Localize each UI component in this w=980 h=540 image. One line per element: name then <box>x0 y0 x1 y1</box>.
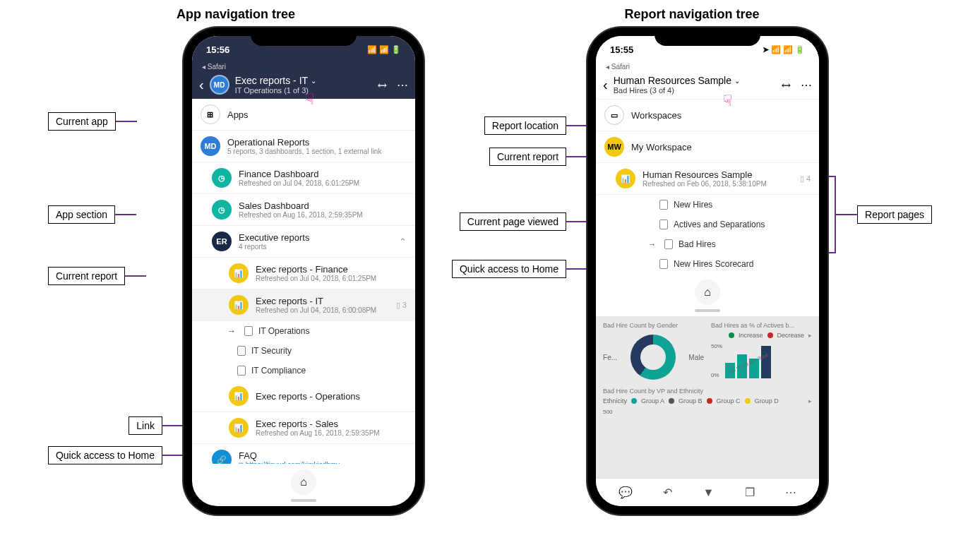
report-icon: 📊 <box>229 386 249 406</box>
chevron-down-icon: ⌄ <box>734 77 740 85</box>
page-count: ▯ 3 <box>396 301 407 310</box>
label-link: Link <box>129 416 162 435</box>
report-header: ‹ Human Resources Sample ⌄ Bad Hires (3 … <box>596 71 819 100</box>
back-icon[interactable]: ‹ <box>603 77 608 93</box>
report-icon: 📊 <box>229 418 249 438</box>
expand-icon[interactable]: ⤢ <box>778 77 794 93</box>
back-icon[interactable]: ‹ <box>199 77 204 93</box>
report-icon: 📊 <box>616 169 635 188</box>
report-row-current[interactable]: 📊 Exec reports - ITRefreshed on Jul 04, … <box>192 289 415 321</box>
left-section-title: App navigation tree <box>177 7 295 22</box>
link-row[interactable]: 🔗 FAQ⧉ https://tinyurl.com/kjg;kjsdbmv <box>192 444 415 464</box>
chart-title: Bad Hire Count by VP and Ethnicity <box>603 388 812 395</box>
current-app-row[interactable]: MD Operational Reports5 reports, 3 dashb… <box>192 131 415 162</box>
header-title[interactable]: Exec reports - IT ⌄ <box>235 75 372 86</box>
page-icon <box>659 259 668 269</box>
page-icon <box>659 220 668 229</box>
page-row[interactable]: IT Compliance <box>192 361 415 380</box>
label-report-location: Report location <box>484 116 566 135</box>
donut-label: Fe... <box>603 354 617 361</box>
more-icon[interactable]: ⋯ <box>801 78 812 92</box>
home-button[interactable]: ⌂ <box>291 469 316 495</box>
page-icon <box>237 346 246 356</box>
section-avatar: ER <box>212 232 232 251</box>
label-current-report: Current report <box>48 267 125 285</box>
status-time: 15:56 <box>206 44 229 55</box>
label-quick-home2: Quick access to Home <box>452 260 566 278</box>
more-icon[interactable]: ⋯ <box>397 78 408 92</box>
status-icons: 📶 📶 🔋 <box>367 45 401 54</box>
chart-title: Bad Hires as % of Actives b... <box>711 322 812 329</box>
dashboard-icon: ◷ <box>212 168 232 188</box>
axis-label: 500 <box>603 409 812 415</box>
app-header: ‹ MD Exec reports - IT ⌄ IT Operations (… <box>192 71 415 99</box>
dashboard-row[interactable]: ◷ Finance DashboardRefreshed on Jul 04, … <box>192 162 415 194</box>
page-count: ▯ 4 <box>800 174 811 184</box>
page-icon <box>244 326 253 336</box>
header-sub: IT Operations (1 of 3) <box>235 86 372 95</box>
safari-back[interactable]: ◂ Safari <box>596 63 819 71</box>
status-time: 15:55 <box>610 44 633 55</box>
drag-handle[interactable] <box>695 309 720 312</box>
label-curr-page: Current page viewed <box>460 212 566 231</box>
label-current-app: Current app <box>48 112 116 131</box>
dashboard-row[interactable]: ◷ Sales DashboardRefreshed on Aug 16, 20… <box>192 194 415 226</box>
chevron-up-icon: ⌃ <box>399 236 407 247</box>
header-title[interactable]: Human Resources Sample ⌄ <box>614 75 776 86</box>
chevron-down-icon: ⌄ <box>311 77 316 85</box>
comment-icon[interactable]: 💬 <box>619 486 633 499</box>
page-row-current[interactable]: IT Operations <box>192 321 415 341</box>
report-preview: Bad Hire Count by Gender Fe... Male Bad … <box>596 316 819 478</box>
apps-icon: ⊞ <box>201 104 220 124</box>
donut-chart <box>631 335 676 380</box>
report-row[interactable]: 📊 Exec reports - FinanceRefreshed on Jul… <box>192 258 415 289</box>
page-row-current[interactable]: Bad Hires <box>596 234 819 254</box>
workspace-row[interactable]: MW My Workspace <box>596 131 819 163</box>
safari-back[interactable]: ◂ Safari <box>192 63 415 71</box>
workspace-avatar: MW <box>604 137 624 157</box>
phone-right: 15:55 ➤ 📶 📶 🔋 ◂ Safari ‹ Human Resources… <box>587 28 827 515</box>
report-icon: 📊 <box>229 263 249 283</box>
expand-icon[interactable]: ⤢ <box>374 77 390 93</box>
page-row[interactable]: New Hires Scorecard <box>596 254 819 274</box>
filter-icon[interactable]: ▼ <box>703 486 715 499</box>
chart-title: Bad Hire Count by Gender <box>603 322 704 329</box>
page-row[interactable]: IT Security <box>192 341 415 361</box>
header-avatar: MD <box>210 75 229 95</box>
right-section-title: Report navigation tree <box>625 7 760 22</box>
page-icon <box>664 239 673 249</box>
app-avatar: MD <box>201 136 220 156</box>
workspaces-icon: ▭ <box>604 105 624 125</box>
pages-icon[interactable]: ❐ <box>745 486 755 499</box>
report-icon: 📊 <box>229 295 249 315</box>
page-icon <box>659 200 668 210</box>
label-quick-home: Quick access to Home <box>48 446 162 464</box>
dashboard-icon: ◷ <box>212 200 232 220</box>
drag-handle[interactable] <box>291 499 316 502</box>
label-current-report2: Current report <box>489 148 566 166</box>
header-sub: Bad Hires (3 of 4) <box>614 86 776 95</box>
legend: Ethnicity Group A Group B Group C Group … <box>603 397 812 404</box>
label-app-section: App section <box>48 205 115 224</box>
report-row-current[interactable]: 📊 Human Resources SampleRefreshed on Feb… <box>596 163 819 195</box>
workspaces-row[interactable]: ▭ Workspaces <box>596 100 819 131</box>
label-report-pages: Report pages <box>857 205 932 224</box>
link-icon: 🔗 <box>212 450 232 464</box>
report-row[interactable]: 📊 Exec reports - Operations <box>192 380 415 412</box>
phone-left: 15:56 📶 📶 🔋 ◂ Safari ‹ MD Exec reports -… <box>184 28 424 515</box>
apps-row[interactable]: ⊞ Apps <box>192 99 415 131</box>
home-button[interactable]: ⌂ <box>695 280 720 305</box>
bottom-bar: 💬 ↶ ▼ ❐ ⋯ <box>596 478 819 506</box>
more-icon[interactable]: ⋯ <box>785 486 796 499</box>
section-row[interactable]: ER Executive reports4 reports ⌃ <box>192 226 415 258</box>
undo-icon[interactable]: ↶ <box>663 486 672 499</box>
page-row[interactable]: Actives and Separations <box>596 215 819 234</box>
report-row[interactable]: 📊 Exec reports - SalesRefreshed on Aug 1… <box>192 412 415 444</box>
donut-label: Male <box>688 354 704 361</box>
page-icon <box>237 366 246 376</box>
page-row[interactable]: New Hires <box>596 195 819 215</box>
status-icons: ➤ 📶 📶 🔋 <box>763 45 805 54</box>
